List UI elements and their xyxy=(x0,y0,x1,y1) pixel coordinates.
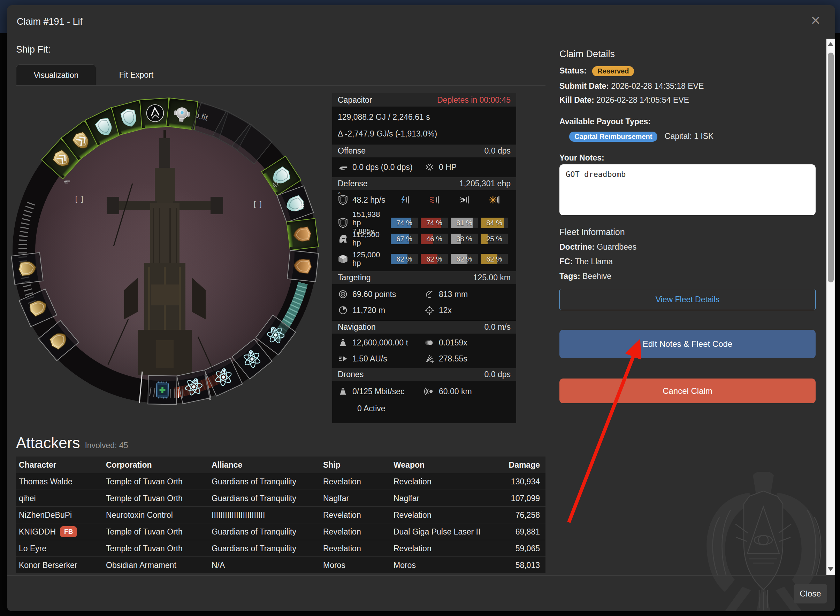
payout-type-badge[interactable]: Capital Reimbursement xyxy=(569,132,658,142)
stat-cell: 11,720 m xyxy=(338,302,424,318)
collapse-caret-icon[interactable]: ^ xyxy=(338,191,341,198)
warp-icon xyxy=(338,353,348,364)
chip-module[interactable] xyxy=(147,375,177,405)
drone-module-glyph xyxy=(261,320,290,350)
fleet-information-heading: Fleet Information xyxy=(559,227,816,237)
targeting-section-header: Targeting 125.00 km xyxy=(332,271,516,284)
close-icon[interactable]: × xyxy=(805,10,826,31)
defense-layer-row: 125,000 hp62 %62 %62 %62 % xyxy=(337,251,511,266)
damage-type-explosive-icon xyxy=(489,195,499,205)
status-badge: Reserved xyxy=(592,66,634,76)
stat-cell: 69.60 points xyxy=(338,286,424,302)
scanres-icon xyxy=(338,305,348,315)
tags-row: Tags: Beehive xyxy=(559,271,816,281)
attackers-title: Attackers xyxy=(16,434,80,451)
resist-bar: 62 % xyxy=(421,254,448,264)
footer-close-button[interactable]: Close xyxy=(794,584,827,603)
doctrine-value: Guardbees xyxy=(597,242,637,251)
capacitor-section-header: Capacitor Depletes in 00:00:45 xyxy=(332,93,516,107)
resist-bar: 74 % xyxy=(391,218,418,228)
scrollbar-up-icon[interactable] xyxy=(827,42,834,46)
submit-date-label: Submit Date: xyxy=(559,82,609,91)
navigation-total: 0.0 m/s xyxy=(484,323,510,332)
attacker-row[interactable]: qiheiTemple of Tuvan OrthGuardians of Tr… xyxy=(16,490,546,507)
attackers-involved-count: Involved: 45 xyxy=(85,441,128,450)
turret-hardpoint-icon xyxy=(62,177,71,185)
defense-layer-row: 112,500 hp67 %46 %38 %25 % xyxy=(337,230,511,246)
navigation-body: 12,600,000.00 t0.0159x1.50 AU/s278.55s xyxy=(332,334,516,368)
shield-bronze-module[interactable] xyxy=(286,219,319,251)
drone-module-glyph xyxy=(181,375,206,399)
fleet-booster-badge: FB xyxy=(60,526,77,537)
resist-bar: 81 % xyxy=(451,218,478,228)
drone-module[interactable] xyxy=(177,370,211,404)
ship-visualization: generated by eveship.fit [ ][ ] xyxy=(10,97,320,406)
notes-label-row: Your Notes: xyxy=(559,153,816,163)
dronerange-icon xyxy=(424,386,435,397)
drone-module-glyph xyxy=(209,363,237,391)
tab-fit-export[interactable]: Fit Export xyxy=(96,65,177,85)
scrollbar-track[interactable] xyxy=(827,39,835,575)
shield-gold-module[interactable] xyxy=(11,252,44,285)
stat-cell: 1.50 AU/s xyxy=(338,351,424,367)
payout-types-label-row: Available Payout Types: xyxy=(559,117,816,126)
launcher-icon xyxy=(424,162,435,172)
tabs-divider xyxy=(16,85,546,86)
fc-value: The Llama xyxy=(575,257,613,266)
dish-icon xyxy=(424,289,435,299)
resist-bar: 74 % xyxy=(421,218,448,228)
shield-bronze-module-glyph xyxy=(291,255,314,277)
attacker-row[interactable]: Lo EyreTemple of Tuvan OrthGuardians of … xyxy=(16,540,546,557)
shield-bronze-module-glyph xyxy=(291,223,314,246)
stat-cell: 0.0 dps (0.0 dps) xyxy=(338,159,424,175)
drones-section-header: Drones 0.0 dps xyxy=(332,368,516,381)
stat-cell: 12,600,000.00 t xyxy=(338,334,424,351)
scrollbar-thumb[interactable] xyxy=(828,53,834,282)
attacker-row[interactable]: KNIGDDHFBTemple of Tuvan OrthGuardians o… xyxy=(16,524,546,540)
shield-icon xyxy=(337,217,349,229)
shield-bronze-module[interactable] xyxy=(287,250,319,282)
offense-total: 0.0 dps xyxy=(484,146,510,155)
kill-date-row: Kill Date: 2026-02-28 14:05:54 EVE xyxy=(559,95,816,105)
fc-row: FC: The Llama xyxy=(559,257,816,266)
offense-label: Offense xyxy=(338,146,366,155)
tags-label: Tags: xyxy=(559,271,580,281)
defense-body: ^ 48.2 hp/s151,938 hp7,885s74 %74 %81 %8… xyxy=(332,190,516,271)
drones-label: Drones xyxy=(338,370,363,379)
view-fleet-details-button[interactable]: View Fleet Details xyxy=(559,289,816,310)
armor-icon xyxy=(337,233,349,245)
shield-gold-module-glyph xyxy=(44,326,74,355)
claim-details-modal: Claim #191 - Lif × Ship Fit: Visualizati… xyxy=(7,5,835,611)
scrollbar-down-icon[interactable] xyxy=(827,567,834,571)
status-label: Status: xyxy=(559,66,587,75)
drones-total: 0.0 dps xyxy=(484,370,510,379)
tab-visualization[interactable]: Visualization xyxy=(16,65,96,85)
navigation-section-header: Navigation 0.0 m/s xyxy=(332,320,516,334)
damage-type-em-icon xyxy=(399,195,409,205)
edit-notes-fleet-code-button[interactable]: Edit Notes & Fleet Code xyxy=(559,330,816,358)
mass-icon xyxy=(338,337,348,348)
claim-details-heading: Claim Details xyxy=(559,49,816,60)
fc-label: FC: xyxy=(559,257,573,266)
turret-icon xyxy=(338,162,348,172)
slot-bracket-icon: [ ] xyxy=(75,195,84,203)
drones-active-count: 0 Active xyxy=(332,400,516,417)
notes-textarea[interactable]: GOT dreadbomb xyxy=(559,164,816,215)
attacker-row[interactable]: NiZhenDeBuPiNeurotoxin ControlIIIIIIIIII… xyxy=(16,507,546,524)
capacitor-body: 129,088.2 GJ / 2,246.61 s Δ -2,747.9 GJ/… xyxy=(332,107,516,144)
payout-types-label: Available Payout Types: xyxy=(559,117,651,126)
status-row: Status: Reserved xyxy=(559,66,816,76)
cancel-claim-button[interactable]: Cancel Claim xyxy=(559,378,816,403)
launcher-hardpoint-icon xyxy=(272,180,280,188)
stat-cell: 813 mm xyxy=(424,286,510,302)
kill-date-value: 2026-02-28 14:05:54 EVE xyxy=(596,95,689,104)
attacker-row[interactable]: Thomas WaldeTemple of Tuvan OrthGuardian… xyxy=(16,473,546,490)
slot-bracket-icon: [ ] xyxy=(254,200,263,208)
drones-body: 0/125 Mbit/sec60.00 km 0 Active xyxy=(332,381,516,423)
damage-type-thermal-icon xyxy=(429,195,440,205)
capacitor-depletes-alert: Depletes in 00:00:45 xyxy=(437,95,510,105)
bandwidth-icon xyxy=(338,386,348,397)
attacker-row[interactable]: Konor BerserkerObsidian ArmamentN/AMoros… xyxy=(16,557,546,573)
resist-bar: 84 % xyxy=(481,218,508,228)
kill-date-label: Kill Date: xyxy=(559,95,594,104)
